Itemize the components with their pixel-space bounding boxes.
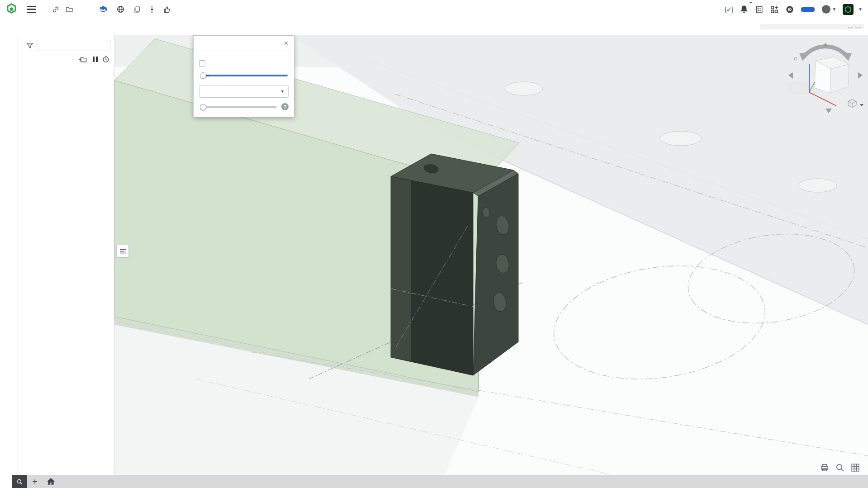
view-cube[interactable] (786, 37, 865, 115)
view-mode-button[interactable] (848, 99, 863, 108)
left-rail (0, 35, 18, 475)
onshape-logo (5, 3, 18, 15)
education-badge (99, 6, 109, 13)
viewport-bottom-icons (820, 463, 860, 472)
cube-face-right[interactable] (830, 64, 849, 93)
copies-count (134, 6, 143, 13)
public-globe-icon (117, 5, 127, 13)
link-icon[interactable] (52, 6, 59, 13)
likes-count[interactable] (163, 6, 173, 13)
pause-rebuild-icon[interactable] (91, 57, 98, 62)
top-bar: {✓} ▼ ▼ (0, 0, 868, 19)
user-menu-caret-icon[interactable]: ▼ (858, 7, 863, 12)
search-tools[interactable] (760, 24, 864, 29)
rotate-arc[interactable] (803, 47, 848, 58)
transparency-slider[interactable] (200, 72, 288, 79)
rotate-down-arrow[interactable] (825, 109, 832, 113)
expand-distance-slider[interactable] (200, 104, 277, 110)
help-caret-icon: ▼ (832, 7, 836, 12)
versions-count (150, 6, 156, 13)
select-caret-icon: ▼ (280, 89, 285, 94)
slider-handle[interactable] (200, 104, 206, 110)
main-menu-icon[interactable] (27, 6, 36, 13)
feature-toolbar (0, 19, 868, 35)
featurescript-check-icon[interactable]: {✓} (725, 6, 733, 13)
shortcut-alt-key (848, 26, 853, 28)
shortcut-c-key (855, 26, 861, 28)
crush-block[interactable] (391, 154, 518, 375)
help-button[interactable]: ▼ (822, 5, 836, 14)
filter-input[interactable] (37, 40, 110, 51)
zoom-window-icon[interactable] (835, 463, 844, 472)
notifications-bell-icon[interactable] (740, 5, 748, 14)
checkbox[interactable] (199, 60, 205, 66)
rebuild-time-icon[interactable] (102, 56, 109, 63)
new-tab-button[interactable]: + (27, 475, 43, 488)
apps-grid-icon[interactable] (770, 5, 778, 14)
share-button[interactable] (801, 7, 815, 12)
rotate-left-arrow[interactable] (788, 72, 793, 79)
filter-funnel-icon[interactable] (26, 42, 33, 49)
rotate-right-arrow[interactable] (858, 72, 863, 79)
notifications-badge (749, 2, 752, 3)
insert-folder-icon[interactable] (79, 56, 87, 63)
home-tab-button[interactable] (43, 475, 59, 488)
model-viewport[interactable]: ✕ ▼ ? (114, 35, 868, 475)
bottom-corner (0, 475, 12, 488)
grid-icon[interactable] (851, 463, 860, 472)
feature-tree (18, 66, 114, 475)
close-icon[interactable]: ✕ (284, 40, 289, 47)
ai-assistant-icon[interactable] (786, 5, 794, 14)
avatar[interactable] (843, 4, 854, 15)
print-icon[interactable] (820, 463, 829, 472)
tab-search-button[interactable] (12, 475, 27, 488)
select-transparent-checkbox-row[interactable] (199, 60, 289, 66)
tasks-checklist-icon[interactable] (755, 5, 763, 14)
slider-handle[interactable] (200, 72, 206, 79)
isolate-dialog: ✕ ▼ ? (193, 35, 294, 117)
feature-panel (18, 35, 114, 475)
folder-icon[interactable] (66, 6, 73, 13)
help-icon[interactable]: ? (281, 103, 289, 110)
tabs-bar: + (0, 475, 868, 488)
collapsed-dialog-handle[interactable] (116, 245, 129, 257)
expand-distance-select[interactable]: ▼ (199, 85, 289, 98)
